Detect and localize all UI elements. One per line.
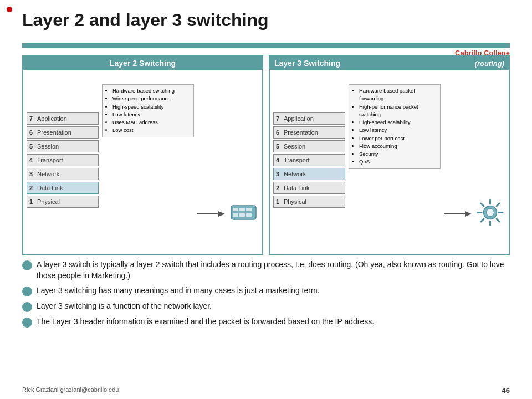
layer3-title: Layer 3 Switching (274, 59, 340, 68)
list-item: 4Transport (27, 154, 99, 166)
bullet-item-3: Layer 3 switching is a function of the n… (22, 301, 510, 312)
list-item: 3Network (273, 168, 345, 180)
svg-rect-4 (239, 208, 245, 211)
svg-rect-7 (239, 213, 245, 217)
layer3-section: Layer 3 Switching (routing) 7Application… (269, 55, 510, 255)
bullet-dot (22, 318, 32, 328)
layer2-arrow (197, 208, 225, 219)
bullet-text: The Layer 3 header information is examin… (37, 316, 374, 328)
svg-rect-5 (246, 208, 252, 211)
bullet-text: Layer 3 switching has many meanings and … (37, 285, 319, 296)
bullet-text: Layer 3 switching is a function of the n… (37, 301, 212, 312)
layer2-stack: 7Application 6Presentation 5Session 4Tra… (27, 73, 99, 247)
list-item: 1Physical (27, 196, 99, 208)
diagram-area: Layer 2 Switching 7Application 6Presenta… (22, 55, 510, 255)
svg-point-20 (487, 209, 494, 217)
layer2-layers-container: 7Application 6Presentation 5Session 4Tra… (23, 70, 262, 250)
bullet-dot (22, 260, 32, 270)
list-item: 4Transport (273, 154, 345, 166)
layer3-features: Hardware-based packet forwarding High-pe… (349, 84, 441, 169)
svg-line-18 (497, 203, 499, 206)
arrow-icon (444, 208, 472, 219)
list-item: 6Presentation (27, 126, 99, 139)
list-item: 5Session (273, 140, 345, 152)
page-title: Layer 2 and layer 3 switching (22, 10, 269, 30)
bullets-section: A layer 3 switch is typically a layer 2 … (22, 259, 510, 332)
svg-line-19 (481, 219, 484, 222)
bullet-dot (22, 287, 32, 296)
bullet-item-1: A layer 3 switch is typically a layer 2 … (22, 259, 510, 281)
layer3-arrow (444, 208, 472, 219)
list-item: 7Application (273, 112, 345, 125)
bullet-dot (22, 302, 32, 312)
bullet-item-4: The Layer 3 header information is examin… (22, 316, 510, 328)
list-item: 2Data Link (27, 182, 99, 194)
svg-rect-2 (231, 206, 256, 219)
layer2-title: Layer 2 Switching (23, 57, 262, 70)
list-item: 2Data Link (273, 182, 345, 194)
list-item: 6Presentation (273, 126, 345, 139)
list-item: 3Network (27, 168, 99, 180)
svg-line-16 (481, 203, 484, 206)
svg-rect-3 (233, 208, 238, 211)
svg-rect-8 (246, 213, 252, 217)
footer: Rick Graziani graziani@cabrillo.edu 46 (22, 386, 510, 395)
layer3-stack: 7Application 6Presentation 5Session 4Tra… (273, 73, 345, 247)
bullet-item-2: Layer 3 switching has many meanings and … (22, 285, 510, 296)
svg-marker-1 (218, 211, 225, 217)
bullet-text: A layer 3 switch is typically a layer 2 … (37, 259, 510, 281)
arrow-icon (197, 208, 225, 219)
footer-email: Rick Graziani graziani@cabrillo.edu (22, 386, 119, 395)
layer2-features: Hardware-based switching Wire-speed perf… (102, 84, 194, 137)
svg-line-17 (497, 219, 499, 222)
svg-rect-6 (233, 213, 238, 217)
routing-label: (routing) (475, 59, 504, 68)
layer3-layers-container: 7Application 6Presentation 5Session 4Tra… (270, 70, 509, 250)
list-item: 5Session (27, 140, 99, 152)
svg-marker-10 (465, 211, 472, 217)
switch-icon (228, 200, 259, 225)
page-number: 46 (502, 386, 510, 395)
layer2-section: Layer 2 Switching 7Application 6Presenta… (22, 55, 263, 255)
teal-bar (22, 43, 510, 48)
list-item: 1Physical (273, 196, 345, 208)
red-dot (7, 7, 12, 12)
list-item: 7Application (27, 112, 99, 125)
layer3-title-row: Layer 3 Switching (routing) (270, 57, 509, 70)
router-icon (475, 197, 505, 228)
